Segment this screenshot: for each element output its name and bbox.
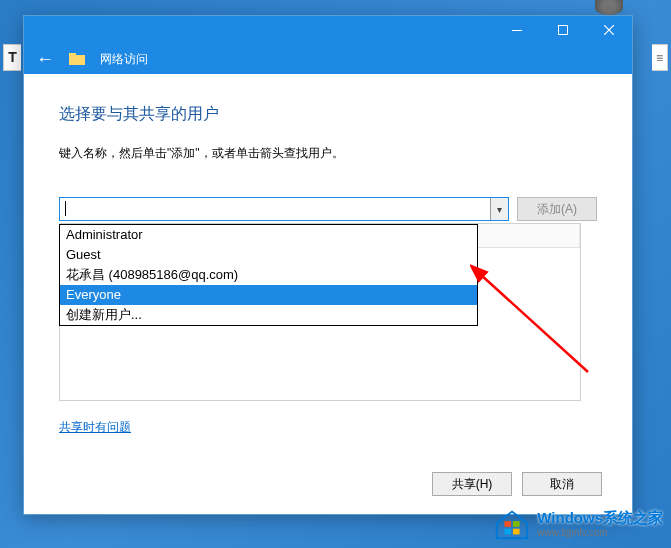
chevron-down-icon: ▾ [497, 204, 502, 215]
trouble-sharing-link[interactable]: 共享时有问题 [59, 419, 131, 436]
user-input[interactable] [60, 198, 490, 220]
dialog-subtext: 键入名称，然后单击"添加"，或者单击箭头查找用户。 [59, 145, 597, 162]
user-combobox[interactable]: ▾ [59, 197, 509, 221]
cancel-button[interactable]: 取消 [522, 472, 602, 496]
user-input-row: ▾ 添加(A) [59, 197, 597, 221]
add-button[interactable]: 添加(A) [517, 197, 597, 221]
header-bar: ← 网络访问 [24, 44, 632, 74]
dropdown-item-everyone[interactable]: Everyone [60, 285, 477, 305]
svg-rect-6 [513, 521, 520, 527]
share-button[interactable]: 共享(H) [432, 472, 512, 496]
dialog-footer: 共享(H) 取消 [432, 472, 602, 496]
maximize-button[interactable] [540, 16, 586, 44]
svg-rect-5 [505, 521, 512, 527]
close-button[interactable] [586, 16, 632, 44]
close-icon [604, 25, 614, 35]
minimize-icon [512, 30, 522, 31]
user-dropdown-list: Administrator Guest 花承昌 (408985186@qq.co… [59, 224, 478, 326]
background-window-fragment-left: T [3, 44, 21, 71]
window-title: 网络访问 [100, 51, 148, 68]
svg-rect-3 [69, 53, 76, 57]
combobox-arrow[interactable]: ▾ [490, 198, 508, 220]
dropdown-item-create-user[interactable]: 创建新用户... [60, 305, 477, 325]
svg-rect-0 [512, 30, 522, 31]
folder-icon [69, 52, 85, 66]
dropdown-item-administrator[interactable]: Administrator [60, 225, 477, 245]
background-window-fragment-right: ≡ [652, 44, 668, 71]
svg-rect-7 [505, 529, 512, 535]
svg-rect-1 [559, 26, 568, 35]
maximize-icon [558, 25, 568, 35]
dropdown-item-user-email[interactable]: 花承昌 (408985186@qq.com) [60, 265, 477, 285]
back-arrow-icon[interactable]: ← [36, 49, 54, 70]
dialog-heading: 选择要与其共享的用户 [59, 104, 597, 125]
share-dialog-window: ← 网络访问 选择要与其共享的用户 键入名称，然后单击"添加"，或者单击箭头查找… [23, 15, 633, 515]
watermark: Windows系统之家 www.bjjmlv.com [493, 504, 663, 542]
svg-rect-8 [513, 529, 520, 535]
user-avatar [595, 0, 623, 15]
titlebar [24, 16, 632, 44]
dropdown-item-guest[interactable]: Guest [60, 245, 477, 265]
watermark-brand: Windows系统之家 [537, 509, 663, 527]
watermark-logo-icon [493, 504, 531, 542]
watermark-url: www.bjjmlv.com [537, 527, 663, 538]
minimize-button[interactable] [494, 16, 540, 44]
